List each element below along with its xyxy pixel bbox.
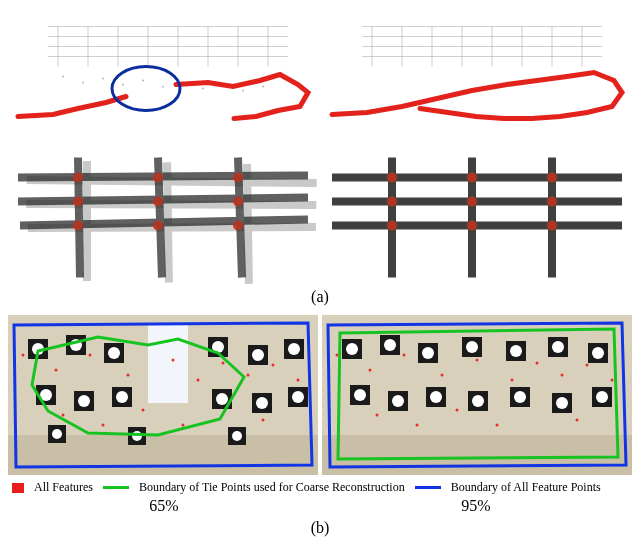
svg-point-102 xyxy=(430,391,442,403)
svg-point-66 xyxy=(142,409,145,412)
svg-point-105 xyxy=(556,397,568,409)
svg-point-74 xyxy=(102,424,105,427)
svg-point-15 xyxy=(153,197,163,207)
svg-point-49 xyxy=(108,347,120,359)
panel-b xyxy=(8,312,632,478)
legend: All Features Boundary of Tie Points used… xyxy=(8,480,632,495)
svg-point-5 xyxy=(162,86,164,88)
svg-point-108 xyxy=(369,369,372,372)
legend-line-blue xyxy=(415,486,441,489)
svg-point-73 xyxy=(62,414,65,417)
sparse-reconstruction-right xyxy=(322,6,632,143)
svg-point-97 xyxy=(510,345,522,357)
svg-point-103 xyxy=(472,395,484,407)
svg-point-71 xyxy=(272,364,275,367)
svg-point-17 xyxy=(73,221,83,231)
svg-point-75 xyxy=(182,424,185,427)
svg-point-117 xyxy=(376,414,379,417)
svg-point-64 xyxy=(89,354,92,357)
svg-point-67 xyxy=(172,359,175,362)
svg-point-115 xyxy=(586,364,589,367)
dense-pipes-left xyxy=(8,147,318,284)
gap-ellipse xyxy=(112,67,180,111)
svg-point-63 xyxy=(55,369,58,372)
svg-point-112 xyxy=(511,379,514,382)
panel-b-right xyxy=(322,312,632,478)
svg-point-94 xyxy=(384,339,396,351)
svg-point-58 xyxy=(292,391,304,403)
svg-point-9 xyxy=(242,90,244,92)
svg-point-104 xyxy=(514,391,526,403)
svg-point-55 xyxy=(116,391,128,403)
legend-line-green xyxy=(103,486,129,489)
svg-point-95 xyxy=(422,347,434,359)
svg-point-11 xyxy=(73,173,83,183)
svg-point-20 xyxy=(387,173,397,183)
svg-point-51 xyxy=(252,349,264,361)
svg-point-59 xyxy=(52,429,62,439)
svg-point-100 xyxy=(354,389,366,401)
svg-point-116 xyxy=(611,379,614,382)
svg-point-28 xyxy=(547,221,557,231)
svg-point-109 xyxy=(403,354,406,357)
svg-point-16 xyxy=(233,197,243,207)
svg-point-10 xyxy=(262,86,264,88)
svg-point-114 xyxy=(561,374,564,377)
frame-right xyxy=(322,312,632,478)
svg-point-65 xyxy=(127,374,130,377)
svg-rect-78 xyxy=(322,435,632,475)
svg-point-7 xyxy=(202,88,204,90)
svg-point-14 xyxy=(73,197,83,207)
panel-b-label: (b) xyxy=(8,519,632,537)
dense-pipes-right xyxy=(322,147,632,284)
svg-point-101 xyxy=(392,395,404,407)
svg-point-110 xyxy=(441,374,444,377)
panel-a-label: (a) xyxy=(8,288,632,306)
percent-right: 95% xyxy=(320,497,632,515)
svg-rect-31 xyxy=(148,323,188,403)
svg-point-0 xyxy=(62,76,64,78)
panel-b-left xyxy=(8,312,318,478)
svg-point-52 xyxy=(288,343,300,355)
svg-point-22 xyxy=(547,173,557,183)
svg-point-18 xyxy=(153,221,163,231)
panel-a xyxy=(8,6,632,284)
svg-point-62 xyxy=(22,354,25,357)
panel-a-top-left xyxy=(8,6,318,143)
panel-a-bottom-right xyxy=(322,147,632,284)
svg-point-21 xyxy=(467,173,477,183)
svg-point-27 xyxy=(467,221,477,231)
percent-row: 65% 95% xyxy=(8,497,632,515)
svg-point-106 xyxy=(596,391,608,403)
svg-point-72 xyxy=(297,379,300,382)
panel-a-top-right xyxy=(322,6,632,143)
svg-point-2 xyxy=(102,78,104,80)
svg-point-107 xyxy=(336,354,339,357)
legend-all-features: All Features xyxy=(34,480,93,495)
legend-swatch-red xyxy=(12,483,24,493)
svg-point-54 xyxy=(78,395,90,407)
frame-left xyxy=(8,312,318,478)
legend-boundary-tie: Boundary of Tie Points used for Coarse R… xyxy=(139,480,405,495)
svg-point-120 xyxy=(576,419,579,422)
svg-point-19 xyxy=(233,221,243,231)
svg-point-3 xyxy=(122,84,124,86)
svg-point-118 xyxy=(416,424,419,427)
svg-point-96 xyxy=(466,341,478,353)
svg-point-68 xyxy=(197,379,200,382)
svg-point-61 xyxy=(232,431,242,441)
svg-point-76 xyxy=(262,419,265,422)
svg-point-93 xyxy=(346,343,358,355)
legend-boundary-all: Boundary of All Feature Points xyxy=(451,480,601,495)
svg-point-111 xyxy=(476,359,479,362)
svg-point-4 xyxy=(142,80,144,82)
svg-point-119 xyxy=(496,424,499,427)
svg-point-57 xyxy=(256,397,268,409)
panel-a-bottom-left xyxy=(8,147,318,284)
svg-point-23 xyxy=(387,197,397,207)
svg-point-12 xyxy=(153,173,163,183)
svg-point-1 xyxy=(82,82,84,84)
svg-point-26 xyxy=(387,221,397,231)
svg-point-70 xyxy=(247,374,250,377)
svg-point-25 xyxy=(547,197,557,207)
